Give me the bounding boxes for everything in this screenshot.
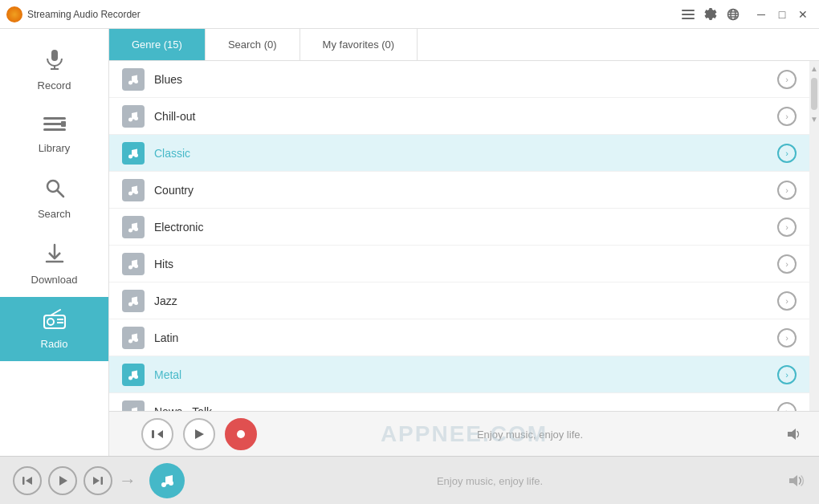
- list-icon[interactable]: [679, 6, 697, 23]
- svg-point-55: [169, 481, 173, 486]
- main-content: Genre (15) Search (0) My favorites (0) B…: [109, 29, 819, 456]
- next-button[interactable]: [84, 466, 112, 495]
- genre-icon: [122, 68, 145, 91]
- genre-icon: [122, 290, 145, 312]
- genre-item[interactable]: Jazz ›: [109, 282, 809, 319]
- genre-name: Latin: [154, 331, 777, 344]
- genre-item[interactable]: Latin ›: [109, 319, 809, 356]
- svg-point-24: [128, 80, 132, 84]
- svg-point-20: [47, 319, 54, 325]
- scrollbar[interactable]: ▲ ▼: [809, 61, 819, 411]
- sidebar-item-library[interactable]: Library: [0, 103, 108, 165]
- svg-rect-11: [43, 117, 66, 120]
- svg-marker-56: [789, 475, 797, 486]
- svg-rect-0: [682, 10, 695, 11]
- genre-chevron[interactable]: ›: [777, 402, 797, 412]
- genre-item[interactable]: Metal ›: [109, 356, 809, 393]
- genre-name: Classic: [154, 147, 777, 160]
- svg-point-38: [128, 339, 132, 343]
- radio-transport-bar: APPNEE.COM: [109, 411, 819, 456]
- sidebar-label-library: Library: [39, 142, 71, 154]
- genre-item[interactable]: Electronic ›: [109, 209, 809, 246]
- volume-control[interactable]: [787, 427, 803, 441]
- genre-chevron[interactable]: ›: [777, 291, 797, 311]
- svg-line-16: [57, 190, 63, 197]
- tab-favorites[interactable]: My favorites (0): [300, 29, 418, 60]
- radio-play-button[interactable]: [183, 418, 215, 450]
- genre-icon: [122, 179, 145, 201]
- radio-controls: [125, 418, 273, 450]
- genre-name: Electronic: [154, 221, 777, 234]
- genre-chevron[interactable]: ›: [777, 144, 797, 163]
- window-controls: ─ □ ✕: [752, 5, 813, 24]
- genre-name: Country: [154, 184, 777, 197]
- scroll-up-arrow[interactable]: ▲: [809, 63, 819, 75]
- minimize-button[interactable]: ─: [752, 5, 771, 24]
- genre-name: Jazz: [154, 295, 777, 307]
- genre-chevron[interactable]: ›: [777, 70, 797, 89]
- svg-rect-8: [51, 50, 58, 61]
- genre-icon: [122, 253, 145, 275]
- prev-button[interactable]: [13, 466, 42, 495]
- player-controls: [13, 466, 112, 495]
- svg-rect-2: [682, 18, 695, 19]
- genre-item[interactable]: Classic ›: [109, 135, 809, 172]
- genre-list[interactable]: Blues › Chill-out › Classic ›: [109, 61, 809, 411]
- genre-name: Metal: [154, 368, 777, 381]
- scrollbar-thumb[interactable]: [811, 78, 817, 110]
- svg-marker-46: [195, 429, 204, 439]
- sidebar-item-record[interactable]: Record: [0, 37, 108, 103]
- genre-chevron[interactable]: ›: [777, 365, 797, 384]
- svg-point-27: [134, 116, 138, 120]
- player-info-area: Enjoy music, enjoy life.: [191, 474, 788, 488]
- sidebar-label-record: Record: [38, 79, 71, 91]
- sidebar-item-download[interactable]: Download: [0, 231, 108, 297]
- svg-rect-1: [682, 14, 695, 15]
- tab-bar: Genre (15) Search (0) My favorites (0): [109, 29, 819, 61]
- genre-item[interactable]: Hits ›: [109, 246, 809, 282]
- genre-item[interactable]: Chill-out ›: [109, 98, 809, 135]
- tab-genre[interactable]: Genre (15): [109, 29, 206, 60]
- svg-rect-53: [101, 477, 104, 485]
- sidebar-label-search: Search: [38, 208, 71, 220]
- genre-icon: [122, 400, 145, 412]
- sidebar: Record Library Search: [0, 29, 109, 456]
- genre-chevron[interactable]: ›: [777, 254, 797, 274]
- genre-chevron[interactable]: ›: [777, 181, 797, 200]
- genre-icon: [122, 142, 145, 165]
- sidebar-item-radio[interactable]: Radio: [0, 297, 108, 361]
- maximize-button[interactable]: □: [772, 5, 792, 24]
- search-icon: [43, 177, 66, 205]
- sidebar-item-search[interactable]: Search: [0, 165, 108, 231]
- genre-chevron[interactable]: ›: [777, 328, 797, 348]
- gear-icon[interactable]: [702, 6, 719, 23]
- library-icon: [43, 114, 66, 139]
- genre-item[interactable]: Country ›: [109, 172, 809, 209]
- radio-icon: [43, 308, 67, 335]
- genre-item[interactable]: News - Talk ›: [109, 393, 809, 411]
- genre-chevron[interactable]: ›: [777, 217, 797, 237]
- close-button[interactable]: ✕: [793, 5, 813, 24]
- svg-point-31: [134, 190, 138, 194]
- genre-chevron[interactable]: ›: [777, 107, 797, 126]
- genre-item[interactable]: Blues ›: [109, 61, 809, 98]
- volume-area[interactable]: [788, 473, 806, 489]
- play-button[interactable]: [48, 466, 77, 495]
- scroll-down-arrow[interactable]: ▼: [809, 113, 819, 125]
- globe-icon[interactable]: [724, 6, 742, 23]
- svg-marker-52: [93, 477, 100, 485]
- svg-point-26: [128, 117, 132, 121]
- svg-rect-13: [43, 128, 66, 131]
- app-title: Streaming Audio Recorder: [27, 9, 679, 20]
- radio-record-button[interactable]: [225, 418, 257, 450]
- genre-icon: [122, 327, 145, 349]
- player-info-text: Enjoy music, enjoy life.: [437, 475, 543, 487]
- svg-point-40: [128, 376, 132, 380]
- tab-search[interactable]: Search (0): [206, 29, 300, 60]
- svg-line-23: [51, 310, 60, 315]
- music-note-button[interactable]: [149, 463, 185, 498]
- svg-marker-49: [26, 477, 32, 485]
- sidebar-label-radio: Radio: [41, 338, 68, 350]
- radio-back-button[interactable]: [141, 418, 173, 450]
- genre-icon: [122, 216, 145, 238]
